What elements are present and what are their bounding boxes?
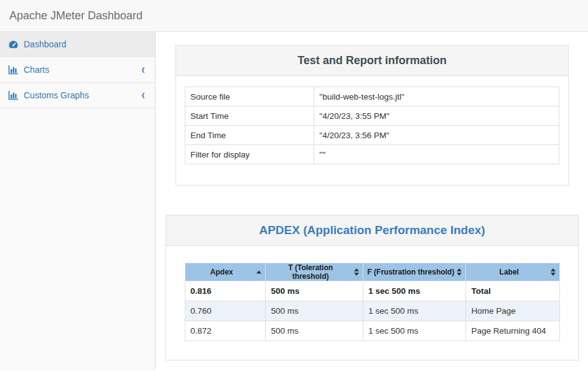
info-label: Source file bbox=[185, 87, 314, 106]
info-label: Start Time bbox=[185, 106, 314, 126]
panel-heading: APDEX (Application Performance Index) bbox=[166, 215, 578, 246]
info-value: "" bbox=[314, 145, 559, 164]
info-value: "4/20/23, 3:55 PM" bbox=[314, 106, 559, 126]
table-row: End Time "4/20/23, 3:56 PM" bbox=[185, 126, 559, 145]
table-row: Source file "build-web-test-logs.jtl" bbox=[185, 87, 559, 106]
toleration-value: 500 ms bbox=[266, 301, 363, 321]
frustration-value: 1 sec 500 ms bbox=[363, 301, 466, 321]
frustration-value: 1 sec 500 ms bbox=[363, 281, 466, 301]
table-row: Start Time "4/20/23, 3:55 PM" bbox=[185, 106, 559, 126]
sort-icon[interactable] bbox=[457, 268, 462, 276]
apdex-row-total: 0.816 500 ms 1 sec 500 ms Total bbox=[185, 281, 560, 301]
sort-icon[interactable] bbox=[551, 268, 556, 276]
column-header-label[interactable]: Label bbox=[466, 263, 560, 281]
info-label: Filter for display bbox=[185, 145, 314, 164]
sidebar: Dashboard Charts ‹ bbox=[0, 32, 156, 370]
label-value: Page Returning 404 bbox=[466, 321, 560, 341]
table-row: Filter for display "" bbox=[185, 145, 559, 164]
column-header-toleration[interactable]: T (Toleration threshold) bbox=[266, 263, 363, 281]
apdex-header-row: Apdex T (Toleration threshold) F (Frustr… bbox=[185, 263, 560, 281]
label-value: Home Page bbox=[466, 301, 560, 321]
info-table: Source file "build-web-test-logs.jtl" St… bbox=[185, 87, 559, 164]
toleration-value: 500 ms bbox=[266, 281, 363, 301]
sidebar-item-label: Dashboard bbox=[24, 39, 67, 49]
main-content: Test and Report information Source file … bbox=[156, 32, 588, 370]
info-label: End Time bbox=[185, 126, 314, 145]
label-value: Total bbox=[466, 281, 560, 301]
apdex-panel: APDEX (Application Performance Index) Ap… bbox=[166, 215, 579, 360]
apdex-panel-title: APDEX (Application Performance Index) bbox=[259, 223, 485, 237]
sort-icon[interactable] bbox=[354, 268, 359, 276]
panel-body: Source file "build-web-test-logs.jtl" St… bbox=[176, 76, 568, 185]
sidebar-item-dashboard[interactable]: Dashboard bbox=[0, 32, 155, 57]
top-navbar: Apache JMeter Dashboard bbox=[0, 0, 588, 32]
sort-ascending-icon[interactable] bbox=[256, 271, 261, 274]
apdex-value: 0.872 bbox=[185, 321, 266, 341]
sidebar-item-label: Charts bbox=[24, 65, 49, 75]
app-title: Apache JMeter Dashboard bbox=[0, 9, 142, 22]
frustration-value: 1 sec 500 ms bbox=[363, 321, 466, 341]
sidebar-item-label: Customs Graphs bbox=[24, 90, 89, 100]
info-value: "build-web-test-logs.jtl" bbox=[314, 87, 559, 106]
column-header-apdex[interactable]: Apdex bbox=[185, 263, 266, 281]
panel-heading: Test and Report information bbox=[176, 45, 568, 76]
bar-chart-icon bbox=[8, 65, 19, 75]
apdex-value: 0.816 bbox=[185, 281, 266, 301]
sidebar-item-charts[interactable]: Charts ‹ bbox=[0, 57, 155, 83]
info-panel-title: Test and Report information bbox=[297, 54, 447, 67]
apdex-row: 0.760 500 ms 1 sec 500 ms Home Page bbox=[185, 301, 560, 321]
panel-body: Apdex T (Toleration threshold) F (Frustr… bbox=[166, 246, 578, 360]
column-header-frustration[interactable]: F (Frustration threshold) bbox=[363, 263, 466, 281]
chevron-left-icon[interactable]: ‹ bbox=[141, 63, 145, 76]
sidebar-item-customs-graphs[interactable]: Customs Graphs ‹ bbox=[0, 83, 155, 108]
toleration-value: 500 ms bbox=[266, 321, 363, 341]
dashboard-gauge-icon bbox=[8, 40, 19, 49]
test-report-info-panel: Test and Report information Source file … bbox=[175, 45, 569, 186]
apdex-value: 0.760 bbox=[185, 301, 266, 321]
apdex-row: 0.872 500 ms 1 sec 500 ms Page Returning… bbox=[185, 321, 560, 341]
bar-chart-icon bbox=[8, 91, 19, 100]
chevron-left-icon[interactable]: ‹ bbox=[141, 88, 145, 101]
info-value: "4/20/23, 3:56 PM" bbox=[314, 126, 559, 145]
apdex-table: Apdex T (Toleration threshold) F (Frustr… bbox=[185, 263, 560, 341]
page-layout: Dashboard Charts ‹ bbox=[0, 32, 588, 370]
